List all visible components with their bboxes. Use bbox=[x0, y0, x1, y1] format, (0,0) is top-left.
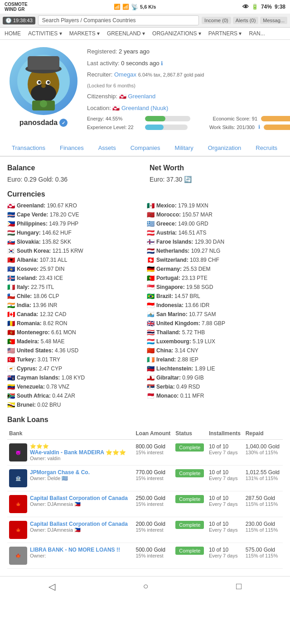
citizenship-label: Citizenship: bbox=[87, 93, 119, 100]
svg-point-7 bbox=[41, 84, 46, 88]
currency-item-left-1: 🇨🇻Cape Verde: 178.20 CVE bbox=[7, 211, 143, 218]
loan-status-4: Complete bbox=[174, 543, 207, 569]
recruiter-tax: 6.04% tax, 2,867.87 gold paid bbox=[138, 72, 204, 77]
currency-item-right-8: 🇵🇹Portugal: 23.13 PTE bbox=[147, 274, 283, 282]
tab-organization[interactable]: Organization bbox=[201, 140, 249, 157]
balance-section: Balance Euro: 0.29 Gold: 0.36 Net Worth … bbox=[0, 157, 290, 190]
location-link[interactable]: Greenland (Nuuk) bbox=[121, 105, 168, 111]
currency-item-left-2: 🇵🇭Philippines: 149.79 PHP bbox=[7, 220, 143, 227]
nav-organizations[interactable]: ORGANIZATIONS ▾ bbox=[152, 30, 201, 37]
economic-bar-container bbox=[261, 116, 290, 121]
wifi-icon: 📡 bbox=[131, 4, 138, 10]
svg-rect-9 bbox=[28, 56, 59, 70]
currency-item-right-22 bbox=[147, 401, 283, 409]
registered-label: Registered: bbox=[87, 48, 119, 55]
home-button[interactable]: ○ bbox=[143, 581, 148, 592]
currency-item-left-17: 🇹🇷Turkey: 3.01 TRY bbox=[7, 356, 143, 363]
avatar bbox=[10, 47, 77, 115]
last-activity-label: Last activity: bbox=[87, 60, 121, 67]
tab-alerts[interactable]: Alerts (0) bbox=[233, 17, 259, 24]
tab-assets[interactable]: Assets bbox=[91, 140, 123, 157]
currency-item-right-16: 🇨🇳China: 3.14 CNY bbox=[147, 347, 283, 354]
currency-item-left-15: 🇵🇹Madeira: 5.48 MAE bbox=[7, 338, 143, 345]
carrier-info: COSMOTE WIND GR bbox=[5, 2, 28, 12]
back-button[interactable]: ◁ bbox=[48, 581, 55, 592]
currency-item-left-14: 🇲🇪Montenegro: 6.61 MON bbox=[7, 329, 143, 336]
tab-companies[interactable]: Companies bbox=[123, 140, 168, 157]
bank-avatar-1: 🏦 bbox=[9, 469, 27, 487]
loan-amount-0: 800.00 Gold 15% interest bbox=[134, 440, 174, 466]
loans-section: Bank Loans Bank Loan Amount Status Insta… bbox=[0, 416, 290, 576]
status-badge-1: Complete bbox=[175, 469, 204, 477]
tab-income[interactable]: Income (0) bbox=[202, 17, 231, 24]
loan-amount-1: 770.00 Gold 15% interest bbox=[134, 466, 174, 491]
work-skills-bar-container bbox=[264, 125, 290, 130]
table-row: 🏦 JPMorgan Chase & Co. Owner: Delde 🇬🇷 7… bbox=[7, 466, 283, 491]
recruiter-link[interactable]: Omegax bbox=[114, 71, 136, 78]
profile-section: panosdada ✓ Registered: 2 years ago Last… bbox=[0, 40, 290, 140]
battery-level: 74% bbox=[261, 4, 272, 10]
economic-score-label: Economic Score: 91 bbox=[194, 116, 257, 121]
loan-amount-3: 200.00 Gold 15% interest bbox=[134, 517, 174, 543]
nav-home[interactable]: HOME bbox=[5, 30, 21, 37]
nav-activities[interactable]: ACTIVITIES ▾ bbox=[28, 30, 62, 37]
last-activity-value: 0 seconds ago bbox=[121, 60, 160, 67]
currency-item-left-20: 🇻🇪Venezuela: 0.78 VNZ bbox=[7, 383, 143, 390]
avatar-svg bbox=[16, 52, 71, 111]
bank-cell-3: 🍁 Capital Ballast Corporation of Canada … bbox=[7, 517, 134, 543]
currency-item-left-11: 🇮🇳India: 13.96 INR bbox=[7, 302, 143, 309]
currency-item-right-7: 🇩🇪Germany: 25.53 DEM bbox=[147, 265, 283, 273]
tab-recruits[interactable]: Recruits bbox=[248, 140, 285, 157]
status-right: 👁 🔋 74% 9:38 bbox=[242, 3, 285, 10]
currency-item-right-10: 🇧🇷Brazil: 14.57 BRL bbox=[147, 293, 283, 300]
browser-search[interactable]: Search Players / Companies Countries bbox=[38, 15, 199, 25]
col-bank: Bank bbox=[7, 428, 134, 440]
nav-partners[interactable]: PARTNERS ▾ bbox=[208, 30, 242, 37]
refresh-icon[interactable]: 🔄 bbox=[184, 176, 192, 183]
currency-item-left-5: 🇰🇷South Korea: 121.15 KRW bbox=[7, 247, 143, 255]
net-worth-block: Net Worth Euro: 37.30 🔄 bbox=[150, 164, 283, 183]
energy-label: Energy: 44.55% bbox=[87, 116, 141, 121]
tab-military[interactable]: Military bbox=[167, 140, 200, 157]
clock-icon: 🕐 bbox=[5, 18, 12, 24]
browser-tabs: Income (0) Alerts (0) Messag... bbox=[202, 17, 287, 24]
balance-block: Balance Euro: 0.29 Gold: 0.36 bbox=[7, 164, 140, 183]
square-button[interactable]: □ bbox=[236, 581, 242, 592]
nav-more[interactable]: RAN... bbox=[249, 30, 265, 37]
currency-item-left-21: 🇿🇦South Africa: 0.44 ZAR bbox=[7, 392, 143, 399]
svg-point-6 bbox=[47, 81, 50, 84]
recruiter-label: Recruiter: bbox=[87, 71, 114, 78]
currency-item-left-9: 🇮🇹Italy: 22.75 ITL bbox=[7, 284, 143, 291]
work-skills-info: ℹ bbox=[258, 124, 260, 130]
currency-item-left-13: 🇷🇴Romania: 8.62 RON bbox=[7, 320, 143, 327]
currency-item-left-12: 🇨🇦Canada: 12.32 CAD bbox=[7, 311, 143, 318]
currency-item-right-17: 🇮🇪Ireland: 2.88 IEP bbox=[147, 356, 283, 363]
status-badge-0: Complete bbox=[175, 443, 204, 452]
balance-title: Balance bbox=[7, 164, 140, 172]
table-row: 🍁 LIBRA BANK - NO MORE LOANS !! Owner: 5… bbox=[7, 543, 283, 569]
loan-installments-3: 10 of 10 Every 7 days bbox=[207, 517, 244, 543]
citizenship-link[interactable]: Greenland bbox=[128, 93, 155, 100]
tab-messages[interactable]: Messag... bbox=[260, 17, 287, 24]
loan-status-0: Complete bbox=[174, 440, 207, 466]
net-worth-title: Net Worth bbox=[150, 164, 283, 172]
energy-bar-container bbox=[145, 116, 190, 121]
status-badge-2: Complete bbox=[175, 495, 204, 503]
loan-installments-4: 10 of 10 Every 7 days bbox=[207, 543, 244, 569]
nav-markets[interactable]: MARKETS ▾ bbox=[69, 30, 100, 37]
tab-transactions[interactable]: Transactions bbox=[5, 140, 53, 157]
experience-label: Experience Level: 22 bbox=[87, 125, 141, 130]
bottom-nav: ◁ ○ □ bbox=[0, 576, 290, 596]
loan-repaid-3: 230.00 Gold 115% of 115% bbox=[244, 517, 283, 543]
currency-item-right-4: 🇫🇴Faroe Islands: 129.30 DAN bbox=[147, 238, 283, 245]
currencies-section: Currencies 🇬🇱Greenland: 190.67 KRO🇲🇽Mexi… bbox=[0, 190, 290, 416]
eye-icon: 👁 bbox=[242, 3, 249, 10]
tab-finances[interactable]: Finances bbox=[53, 140, 91, 157]
nav-greenland[interactable]: GREENLAND ▾ bbox=[107, 30, 145, 37]
col-loan-amount: Loan Amount bbox=[134, 428, 174, 440]
avatar-container: panosdada ✓ bbox=[7, 47, 80, 133]
currency-item-right-21: 🇲🇨Monaco: 0.11 MFR bbox=[147, 392, 283, 399]
loan-installments-1: 10 of 10 Every 7 days bbox=[207, 466, 244, 491]
bank-cell-1: 🏦 JPMorgan Chase & Co. Owner: Delde 🇬🇷 bbox=[7, 466, 134, 491]
bank-cell-0: 😈 ⭐⭐⭐ WAe-valdin - Bank MADEIRA ⭐⭐⭐ Owne… bbox=[7, 440, 134, 466]
